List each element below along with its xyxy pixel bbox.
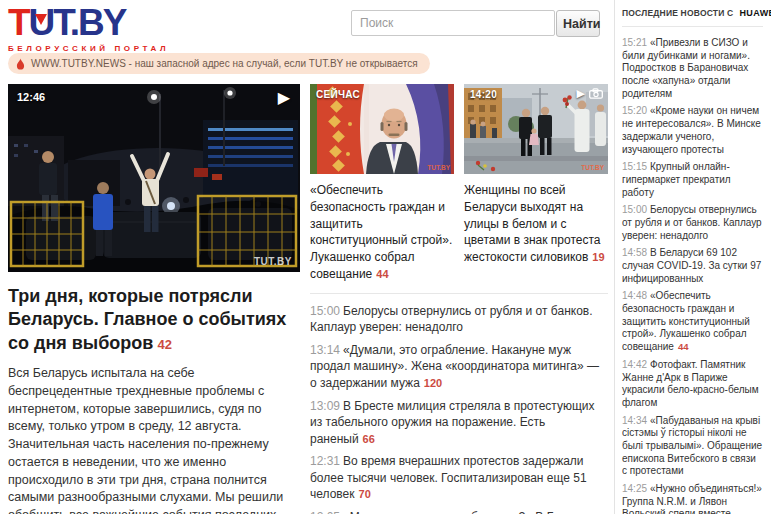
banner-text: WWW.TUTBY.NEWS - наш запасной адрес на с… xyxy=(31,58,418,69)
featured-card-lukashenko[interactable]: СЕЙЧАС TUT.BY «Обеспечить безопасность г… xyxy=(310,84,454,283)
comments-count: 120 xyxy=(424,377,442,389)
news-title: Белорусы отвернулись от рубля и от банко… xyxy=(310,304,593,335)
sidebar-header: ПОСЛЕДНИЕ НОВОСТИ С HUAWEI xyxy=(622,7,763,18)
news-time: 15:00 xyxy=(622,204,647,215)
featured-title-text: Женщины по всей Беларуси выходят на улиц… xyxy=(464,183,600,264)
news-title: В Бресте милиция стреляла в протестующих… xyxy=(310,399,595,446)
sponsor-logo-text[interactable]: HUAWEI xyxy=(739,8,771,18)
logo-wordmark: TUT.BY xyxy=(8,4,208,41)
flame-icon xyxy=(16,58,25,70)
camera-icon xyxy=(589,88,603,99)
news-time: 15:00 xyxy=(310,304,340,318)
video-timestamp-badge: 14:20 xyxy=(470,89,497,100)
tutby-homepage: { "colors": { "logo_red": "#e0251b", "lo… xyxy=(0,0,771,514)
sidebar-news-item[interactable]: 15:21«Привезли в СИЗО и били дубинками и… xyxy=(622,37,763,100)
logo-letter-u-with-arrow-icon: U xyxy=(29,4,54,41)
main-headline-text: Три дня, которые потрясли Беларусь. Глав… xyxy=(8,286,286,353)
search-button[interactable]: Найти xyxy=(556,10,600,37)
video-timestamp-badge: 12:46 xyxy=(17,91,45,103)
comments-count[interactable]: 42 xyxy=(157,337,171,352)
news-column: СЕЙЧАС TUT.BY «Обеспечить безопасность г… xyxy=(310,84,608,514)
news-feed: 15:00Белорусы отвернулись от рубля и от … xyxy=(310,303,608,514)
tutby-watermark: TUT.BY xyxy=(581,164,604,171)
comments-count: 66 xyxy=(363,433,375,445)
featured-cards: СЕЙЧАС TUT.BY «Обеспечить безопасность г… xyxy=(310,84,608,283)
news-feed-item[interactable]: 12:31Во время вчерашних протестов задерж… xyxy=(310,453,608,503)
comments-count[interactable]: 44 xyxy=(376,268,388,280)
tutby-logo[interactable]: TUT.BY БЕЛОРУССКИЙ ПОРТАЛ xyxy=(8,4,208,53)
play-icon[interactable]: ▶ xyxy=(278,88,290,107)
main-headline[interactable]: Три дня, которые потрясли Беларусь. Глав… xyxy=(8,285,300,355)
comments-count[interactable]: 19 xyxy=(592,251,604,263)
media-icons: ▶ xyxy=(577,87,603,100)
logo-subtitle: БЕЛОРУССКИЙ ПОРТАЛ xyxy=(8,44,208,53)
section-divider xyxy=(310,293,608,294)
play-icon: ▶ xyxy=(577,87,585,100)
featured-title: «Обеспечить безопасность граждан и защит… xyxy=(310,182,454,283)
news-time: 12:05 xyxy=(310,510,340,514)
sidebar-news-item[interactable]: 14:25«Нужно объединяться!» Группа N.R.M.… xyxy=(622,483,763,514)
news-feed-item[interactable]: 13:14«Думали, это ограбление. Накануне м… xyxy=(310,342,608,392)
news-time: 15:20 xyxy=(622,105,647,116)
tutby-watermark: TUT.BY xyxy=(254,256,292,267)
featured-card-women-protest[interactable]: 14:20 ▶ TUT.BY Женщины по всей Беларуси … xyxy=(464,84,608,283)
comments-count: 44 xyxy=(678,341,689,352)
news-title: «Мама, на нас напали бандиты?» В Гродно … xyxy=(310,510,602,514)
logo-letters-tby: T.BY xyxy=(53,2,125,43)
news-title: «Думали, это ограбление. Накануне муж пр… xyxy=(310,343,599,390)
news-time: 14:48 xyxy=(622,290,647,301)
news-time: 14:25 xyxy=(622,483,647,494)
news-feed-item[interactable]: 12:05«Мама, на нас напали бандиты?» В Гр… xyxy=(310,509,608,514)
sidebar-divider xyxy=(614,0,615,514)
featured-title-text: «Обеспечить безопасность граждан и защит… xyxy=(310,183,452,281)
news-time: 14:42 xyxy=(622,359,647,370)
night-protest-photo-illustration xyxy=(8,84,300,272)
main-story-photo[interactable]: 12:46 ▶ TUT.BY xyxy=(8,84,300,272)
featured-photo-1: СЕЙЧАС TUT.BY xyxy=(310,84,454,174)
live-badge: СЕЙЧАС xyxy=(316,89,360,100)
sidebar-news-item[interactable]: 14:58В Беларуси 69 102 случая COVID-19. … xyxy=(622,247,763,285)
news-time: 14:58 xyxy=(622,247,647,258)
news-feed-item[interactable]: 15:00Белорусы отвернулись от рубля и от … xyxy=(310,303,608,336)
backup-address-banner[interactable]: WWW.TUTBY.NEWS - наш запасной адрес на с… xyxy=(8,53,430,74)
comments-count: 70 xyxy=(359,488,371,500)
logo-letter-t: T xyxy=(8,2,29,43)
tutby-watermark: TUT.BY xyxy=(427,164,450,171)
search-input[interactable] xyxy=(351,10,555,36)
news-time: 13:09 xyxy=(310,399,340,413)
main-story: 12:46 ▶ TUT.BY Три дня, которые потрясли… xyxy=(8,84,300,514)
sidebar-news-item[interactable]: 15:15Крупный онлайн-гипермаркет прекрати… xyxy=(622,161,763,199)
sidebar-news-item[interactable]: 15:20«Кроме науки он ничем не интересова… xyxy=(622,105,763,156)
news-time: 15:21 xyxy=(622,37,647,48)
news-time: 15:15 xyxy=(622,161,647,172)
news-time: 14:34 xyxy=(622,415,647,426)
sidebar-news-item[interactable]: 15:00Белорусы отвернулись от рубля и от … xyxy=(622,204,763,242)
latest-news-sidebar: ПОСЛЕДНИЕ НОВОСТИ С HUAWEI 15:21«Привезл… xyxy=(622,7,763,514)
sidebar-header-label: ПОСЛЕДНИЕ НОВОСТИ С xyxy=(622,8,733,18)
sidebar-news-item[interactable]: 14:48«Обеспечить безопасность граждан и … xyxy=(622,290,763,353)
news-feed-item[interactable]: 13:09В Бресте милиция стреляла в протест… xyxy=(310,398,608,448)
featured-photo-2: 14:20 ▶ TUT.BY xyxy=(464,84,608,174)
sidebar-header-divider xyxy=(622,26,763,27)
main-story-lead: Вся Беларусь испытала на себе беспрецеде… xyxy=(8,365,300,514)
sidebar-news-item[interactable]: 14:34«Пабудаваныя на крыві сістэмы ў гіс… xyxy=(622,415,763,478)
featured-title: Женщины по всей Беларуси выходят на улиц… xyxy=(464,182,608,266)
news-time: 12:31 xyxy=(310,454,340,468)
news-title: Во время вчерашних протестов задержали б… xyxy=(310,454,587,501)
sidebar-news-item[interactable]: 14:42Фотофакт. Памятник Жанне д'Арк в Па… xyxy=(622,359,763,410)
news-time: 13:14 xyxy=(310,343,340,357)
